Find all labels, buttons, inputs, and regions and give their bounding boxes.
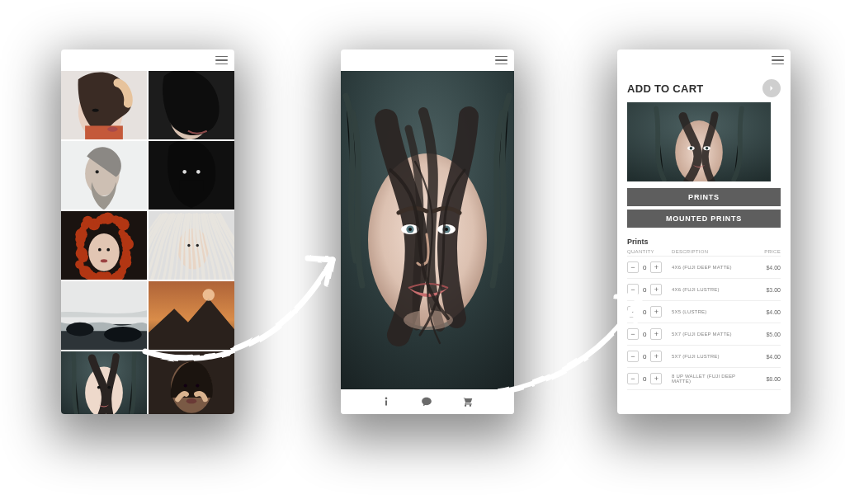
qty-plus[interactable]: +: [650, 306, 662, 318]
phone-cart: ADD TO CART: [617, 49, 791, 414]
phone-photo: [341, 49, 514, 414]
menu-icon[interactable]: [495, 56, 507, 65]
qty-minus[interactable]: −: [627, 261, 639, 273]
tile-woman-orange[interactable]: [61, 71, 147, 139]
right-arrow-icon[interactable]: [762, 79, 781, 97]
row-description: 4X6 (FUJI DEEP MATTE): [672, 265, 756, 270]
tile-woman-white[interactable]: [149, 211, 234, 280]
topbar: [341, 49, 514, 71]
row-description: 4X6 (FUJI LUSTRE): [672, 287, 756, 292]
col-description: DESCRIPTION: [672, 249, 756, 254]
svg-rect-63: [61, 281, 147, 324]
tile-seascape[interactable]: [61, 281, 147, 350]
tile-woman-dark[interactable]: [149, 71, 234, 139]
thumb-woman-fur[interactable]: [627, 102, 771, 181]
svg-point-72: [107, 386, 111, 389]
tile-sunset[interactable]: [149, 281, 234, 350]
row-price: $4.00: [756, 265, 781, 271]
qty-stepper: − 0 +: [627, 373, 672, 384]
topbar: [617, 49, 791, 71]
row-price: $4.00: [756, 354, 781, 360]
menu-icon[interactable]: [772, 56, 784, 65]
qty-stepper: − 0 +: [627, 351, 672, 362]
tile-woman-hands[interactable]: [149, 351, 234, 414]
qty-value: 0: [643, 375, 646, 383]
list-head: Prints QUANTITY DESCRIPTION PRICE: [617, 231, 791, 256]
thumb-wrap: [617, 102, 791, 188]
price-rows: − 0 + 4X6 (FUJI DEEP MATTE) $4.00 − 0 + …: [617, 256, 791, 390]
svg-point-76: [196, 384, 199, 387]
hero-photo[interactable]: [341, 71, 514, 389]
qty-plus[interactable]: +: [650, 351, 662, 362]
info-icon[interactable]: [380, 396, 392, 407]
column-headers: QUANTITY DESCRIPTION PRICE: [627, 249, 781, 254]
tab-prints[interactable]: PRINTS: [627, 188, 781, 206]
menu-icon[interactable]: [215, 56, 228, 65]
row-price: $5.00: [756, 332, 781, 337]
qty-value: 0: [643, 331, 646, 338]
svg-rect-11: [179, 181, 203, 191]
svg-rect-90: [385, 400, 387, 405]
qty-plus[interactable]: +: [650, 284, 662, 295]
qty-minus[interactable]: −: [627, 328, 639, 340]
row-description: 5X5 (LUSTRE): [672, 309, 756, 314]
svg-rect-2: [85, 125, 123, 139]
svg-point-12: [182, 170, 186, 174]
svg-point-8: [96, 170, 99, 173]
svg-point-15: [88, 233, 119, 271]
row-price: $3.00: [756, 287, 781, 293]
tile-man-beard[interactable]: [61, 141, 147, 210]
svg-point-57: [106, 248, 110, 252]
qty-minus[interactable]: −: [627, 351, 639, 362]
qty-minus[interactable]: −: [627, 284, 639, 295]
row-description: 5X7 (FUJI LUSTRE): [672, 354, 756, 359]
qty-value: 0: [643, 286, 646, 294]
svg-point-65: [66, 323, 93, 337]
svg-point-13: [196, 170, 201, 174]
phone-gallery: [61, 49, 234, 414]
price-row: − 0 + 5X5 (LUSTRE) $4.00: [627, 301, 781, 323]
qty-stepper: − 0 +: [627, 284, 672, 295]
tabs: PRINTSMOUNTED PRINTS: [617, 188, 791, 228]
stage: ADD TO CART: [0, 0, 845, 504]
qty-minus[interactable]: −: [627, 306, 639, 318]
qty-plus[interactable]: +: [650, 261, 662, 273]
price-row: − 0 + 8 UP WALLET (FUJI DEEP MATTE) $8.0…: [627, 368, 781, 390]
tile-woman-masked[interactable]: [149, 141, 234, 210]
tile-woman-fur[interactable]: [61, 351, 147, 414]
topbar: [61, 49, 234, 71]
svg-point-56: [98, 248, 101, 252]
svg-point-95: [690, 147, 692, 149]
price-row: − 0 + 4X6 (FUJI LUSTRE) $3.00: [627, 279, 781, 301]
price-row: − 0 + 5X7 (FUJI LUSTRE) $4.00: [627, 346, 781, 368]
bottom-bar: [341, 389, 514, 414]
svg-point-51: [117, 219, 130, 231]
svg-point-58: [101, 259, 107, 262]
col-price: PRICE: [756, 249, 781, 254]
svg-point-55: [121, 238, 134, 251]
qty-plus[interactable]: +: [650, 328, 662, 340]
row-price: $8.00: [756, 376, 781, 382]
photo-grid: [61, 71, 234, 414]
row-description: 5X7 (FUJI DEEP MATTE): [672, 332, 756, 337]
list-title: Prints: [627, 238, 781, 246]
qty-plus[interactable]: +: [650, 373, 662, 384]
price-row: − 0 + 4X6 (FUJI DEEP MATTE) $4.00: [627, 256, 781, 279]
price-row: − 0 + 5X7 (FUJI DEEP MATTE) $5.00: [627, 323, 781, 346]
svg-point-3: [107, 127, 117, 132]
row-description: 8 UP WALLET (FUJI DEEP MATTE): [672, 374, 756, 384]
comment-icon[interactable]: [420, 396, 433, 407]
svg-point-62: [196, 244, 199, 247]
tile-woman-redhair[interactable]: [61, 211, 147, 280]
qty-minus[interactable]: −: [627, 373, 639, 384]
qty-stepper: − 0 +: [627, 261, 672, 273]
tab-mounted-prints[interactable]: MOUNTED PRINTS: [627, 210, 781, 228]
cart-icon[interactable]: [461, 396, 474, 407]
svg-point-71: [97, 386, 101, 389]
row-price: $4.00: [756, 309, 781, 315]
col-quantity: QUANTITY: [627, 249, 672, 254]
cart-title: ADD TO CART: [627, 82, 704, 95]
svg-point-89: [385, 398, 388, 400]
qty-stepper: − 0 +: [627, 328, 672, 340]
cart-header: ADD TO CART: [617, 71, 791, 102]
